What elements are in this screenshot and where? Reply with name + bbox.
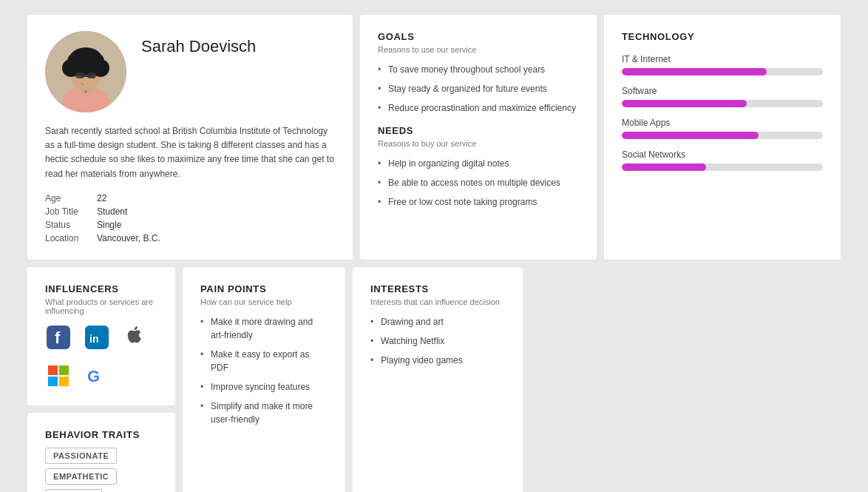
behavior-title: BEHAVIOR TRAITS [45, 429, 157, 440]
tech-bar-track-3 [622, 164, 823, 171]
interest-item-0: Drawing and art [370, 315, 505, 328]
goal-item-3: Reduce procrastination and maximize effi… [378, 101, 579, 115]
persona-grid: Sarah Doevisch Sarah recently started sc… [27, 15, 841, 492]
tech-item-2: Mobile Apps [622, 118, 823, 139]
profile-top: Sarah Doevisch [45, 31, 335, 112]
tag-curious: CURIOUS [45, 489, 102, 492]
job-value: Student [97, 206, 335, 217]
tech-title: TECHNOLOGY [622, 31, 823, 42]
tech-bar-track-0 [622, 68, 823, 75]
need-item-1: Help in organizing digital notes [378, 157, 579, 170]
interests-title: INTERESTS [370, 283, 505, 294]
profile-name: Sarah Doevisch [141, 37, 256, 56]
bottom-row: PERSONALITY Introvert Extrovert Analytic… [27, 267, 841, 492]
needs-title: NEEDS [378, 125, 579, 136]
apple-icon [122, 324, 149, 351]
goals-list: To save money throughout school years St… [378, 63, 579, 115]
svg-point-9 [77, 49, 95, 67]
microsoft-icon [45, 363, 72, 389]
profile-details: Age 22 Job Title Student Status Single L… [45, 193, 335, 243]
need-item-3: Free or low cost note taking programs [378, 195, 579, 209]
goal-item-2: Stay ready & organized for future events [378, 82, 579, 95]
svg-point-13 [84, 83, 95, 90]
status-value: Single [97, 220, 335, 230]
profile-card: Sarah Doevisch Sarah recently started sc… [27, 15, 353, 260]
tech-label-3: Social Networks [622, 149, 823, 160]
trait-tags: PASSIONATE EMPATHETIC CURIOUS ADVENTUROU… [45, 448, 157, 492]
pain-item-0: Make it more drawing and art-friendly [200, 315, 328, 342]
linkedin-icon: in [84, 324, 110, 351]
goals-card: GOALS Reasons to use our service To save… [360, 15, 597, 260]
svg-text:in: in [89, 333, 98, 345]
tech-bar-fill-0 [622, 68, 767, 75]
needs-list: Help in organizing digital notes Be able… [378, 157, 579, 209]
svg-rect-21 [48, 377, 58, 386]
tech-label-1: Software [622, 86, 823, 96]
interest-item-1: Watching Netflix [370, 334, 505, 348]
svg-rect-19 [48, 365, 58, 375]
goals-title: GOALS [378, 31, 579, 42]
svg-rect-20 [59, 365, 69, 375]
tech-bar-fill-1 [622, 100, 747, 107]
pain-list: Make it more drawing and art-friendly Ma… [200, 315, 328, 426]
facebook-icon: f [45, 324, 72, 351]
profile-name-area: Sarah Doevisch [141, 31, 256, 56]
age-label: Age [45, 193, 97, 203]
pain-item-2: Improve syncing features [200, 380, 328, 394]
tech-bar-fill-3 [622, 164, 706, 171]
svg-point-14 [84, 90, 87, 93]
svg-rect-11 [87, 73, 96, 78]
influencer-icons: f in [45, 324, 157, 389]
interests-subtitle: Interests that can influence decision [370, 297, 505, 306]
interest-item-2: Playing video games [370, 354, 505, 367]
pain-points-card: PAIN POINTS How can our service help Mak… [183, 267, 345, 492]
need-item-2: Be able to access notes on multiple devi… [378, 176, 579, 189]
job-label: Job Title [45, 206, 97, 217]
technology-card: TECHNOLOGY IT & Internet Software Mobile… [604, 15, 841, 260]
interests-list: Drawing and art Watching Netflix Playing… [370, 315, 505, 367]
location-label: Location [45, 233, 97, 243]
influencers-subtitle: What products or services are influencin… [45, 297, 157, 315]
profile-bio: Sarah recently started school at British… [45, 124, 335, 181]
tech-item-0: IT & Internet [622, 54, 823, 75]
tech-bar-track-2 [622, 132, 823, 139]
pain-item-1: Make it easy to export as PDF [200, 348, 328, 374]
svg-text:f: f [55, 328, 61, 347]
tech-label-2: Mobile Apps [622, 118, 823, 128]
influencers-title: INFLUENCERS [45, 283, 157, 294]
needs-subtitle: Reasons to buy our service [378, 139, 579, 148]
goal-item-1: To save money throughout school years [378, 63, 579, 76]
tech-item-1: Software [622, 86, 823, 107]
age-value: 22 [97, 193, 335, 203]
interests-card: INTERESTS Interests that can influence d… [353, 267, 523, 492]
tag-passionate: PASSIONATE [45, 448, 117, 464]
avatar [45, 31, 126, 112]
pain-title: PAIN POINTS [200, 283, 328, 294]
svg-rect-10 [75, 73, 84, 78]
behavior-card: BEHAVIOR TRAITS PASSIONATE EMPATHETIC CU… [27, 413, 175, 492]
status-label: Status [45, 220, 97, 230]
svg-text:G: G [87, 367, 100, 385]
pain-subtitle: How can our service help [200, 297, 328, 306]
location-value: Vancouver, B.C. [97, 233, 335, 243]
tech-bar-track-1 [622, 100, 823, 107]
tech-item-3: Social Networks [622, 149, 823, 171]
tech-label-0: IT & Internet [622, 54, 823, 64]
svg-rect-22 [59, 377, 69, 386]
google-icon: G [84, 363, 110, 389]
tech-bar-fill-2 [622, 132, 759, 139]
pain-item-3: Simplify and make it more user-friendly [200, 400, 328, 426]
tag-empathetic: EMPATHETIC [45, 468, 117, 485]
goals-subtitle: Reasons to use our service [378, 45, 579, 54]
tech-bars: IT & Internet Software Mobile Apps Socia… [622, 54, 823, 171]
middle-col: INFLUENCERS What products or services ar… [27, 267, 175, 492]
influencers-card: INFLUENCERS What products or services ar… [27, 267, 175, 405]
